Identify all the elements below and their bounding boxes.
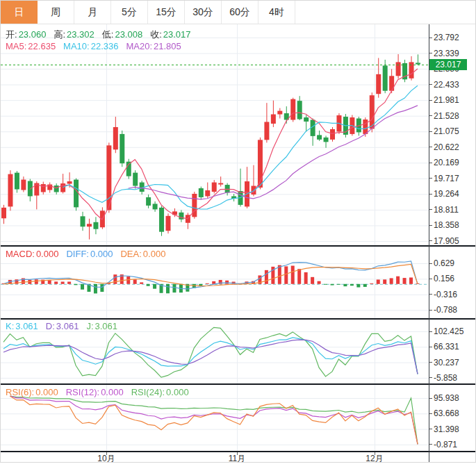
kline-chart-widget: 日周月5分15分30分60分4时 开:23.060高:23.302低:23.00… <box>0 0 476 463</box>
x-axis-tick <box>106 452 107 455</box>
xaxis-separator <box>1 451 475 452</box>
y-axis-label: 102.425 <box>434 327 463 336</box>
y-axis-label: 18.811 <box>434 205 459 215</box>
ma-readout: MA5:22.635MA10:22.336MA20:21.805 <box>6 41 189 51</box>
y-axis-label: 95.938 <box>434 393 459 403</box>
y-axis-label: 63.668 <box>434 408 459 418</box>
y-axis-label: 23.339 <box>434 49 459 58</box>
y-axis-label: -0.316 <box>434 290 457 299</box>
y-axis-label: -5.858 <box>434 373 457 383</box>
current-price-value: 23.017 <box>436 60 461 69</box>
kdj-k-value: 3.061 <box>15 321 38 331</box>
ohlc-low-value: 23.008 <box>115 29 142 40</box>
tab-month[interactable]: 月 <box>74 1 111 24</box>
y-axis-tick <box>429 209 432 210</box>
x-axis-tick <box>375 452 375 455</box>
y-axis-tick <box>429 413 432 414</box>
rsi-rsi24-label: RSI(24): <box>131 387 165 397</box>
kdj-readout: K:3.061D:3.061J:3.061 <box>6 321 125 331</box>
y-axis-label: 0.156 <box>434 274 454 283</box>
y-axis-tick <box>429 331 432 332</box>
kdj-j-label: J: <box>86 321 93 331</box>
y-axis-tick <box>429 84 432 85</box>
rsi-rsi6-value: 0.000 <box>35 387 58 397</box>
y-axis-label: -0.788 <box>434 305 457 315</box>
y-axis-tick <box>429 194 432 195</box>
y-axis-label: 30.237 <box>434 358 459 367</box>
kdj-k-label: K: <box>6 321 14 331</box>
y-axis-label: -0.871 <box>434 440 457 449</box>
tab-15min[interactable]: 15分 <box>148 1 185 24</box>
rsi-rsi12-label: RSI(12): <box>66 387 99 397</box>
y-axis-label: 17.905 <box>434 236 459 246</box>
period-tabbar: 日周月5分15分30分60分4时 <box>1 1 475 24</box>
y-axis-tick <box>429 263 432 264</box>
y-axis-label: 21.528 <box>434 111 459 121</box>
y-axis-tick <box>429 178 432 179</box>
y-axis-tick <box>429 147 432 147</box>
main-candlestick-canvas[interactable] <box>1 24 429 245</box>
y-axis-line <box>429 24 429 462</box>
x-axis-tick <box>237 452 238 455</box>
y-axis-tick <box>429 294 432 295</box>
y-axis-tick <box>429 310 432 311</box>
tab-30min[interactable]: 30分 <box>185 1 222 24</box>
y-axis-label: 21.075 <box>434 126 459 136</box>
rsi-pane-separator <box>1 383 475 385</box>
y-axis-tick <box>429 225 432 226</box>
y-axis-tick <box>429 362 432 363</box>
ohlc-high-label: 高: <box>54 29 65 40</box>
ohlc-readout: 开:23.060高:23.302低:23.008收:23.017 <box>6 28 199 41</box>
macd-dea-value: 0.000 <box>143 249 166 259</box>
y-axis-label: 20.169 <box>434 158 459 167</box>
tab-4hour[interactable]: 4时 <box>258 1 295 24</box>
y-axis-tick <box>429 100 432 101</box>
y-axis-label: 19.264 <box>434 189 459 199</box>
ma-ma20-value: 21.805 <box>154 41 181 51</box>
y-axis-tick <box>429 279 432 279</box>
y-axis-label: 31.398 <box>434 424 459 434</box>
ma-ma5-value: 22.635 <box>28 41 56 51</box>
y-axis-tick <box>429 398 432 399</box>
y-axis-tick <box>429 131 432 132</box>
y-axis-tick <box>429 240 432 241</box>
y-axis-label: 0.629 <box>434 258 454 268</box>
y-axis-tick <box>429 163 432 163</box>
ohlc-open-value: 23.060 <box>19 29 47 40</box>
y-axis-label: 23.792 <box>434 33 459 42</box>
macd-diff-value: 0.000 <box>90 249 113 259</box>
y-axis-label: 21.981 <box>434 95 459 105</box>
y-axis-tick <box>429 53 432 53</box>
tab-5min[interactable]: 5分 <box>111 1 148 24</box>
y-axis-label: 20.622 <box>434 142 459 152</box>
ohlc-high-value: 23.302 <box>67 29 95 40</box>
y-axis-tick <box>429 115 432 116</box>
ohlc-low-label: 低: <box>102 29 114 40</box>
current-price-badge: 23.017 <box>429 59 467 70</box>
y-axis-label: 19.717 <box>434 174 459 183</box>
rsi-rsi12-value: 0.000 <box>101 387 124 397</box>
kdj-pane-separator <box>1 318 475 320</box>
y-axis-tick <box>429 429 432 429</box>
macd-macd-value: 0.000 <box>36 249 59 259</box>
rsi-rsi24-value: 0.000 <box>166 387 189 397</box>
macd-diff-label: DIFF: <box>66 249 89 259</box>
macd-pane-separator <box>1 245 475 247</box>
ma-ma20-label: MA20: <box>126 41 152 51</box>
rsi-rsi6-label: RSI(6): <box>6 387 34 397</box>
kdj-j-value: 3.061 <box>95 321 118 331</box>
y-axis-tick <box>429 444 432 445</box>
ma-ma10-label: MA10: <box>63 41 90 51</box>
tab-week[interactable]: 周 <box>38 1 74 24</box>
tab-60min[interactable]: 60分 <box>222 1 258 24</box>
y-axis-tick <box>429 347 432 347</box>
ohlc-open-label: 开: <box>6 29 17 40</box>
y-axis-label: 22.433 <box>434 80 459 90</box>
ohlc-close-value: 23.017 <box>163 29 191 40</box>
tab-day[interactable]: 日 <box>1 1 38 24</box>
kdj-d-label: D: <box>46 321 55 331</box>
ma-ma5-label: MA5: <box>6 41 26 51</box>
ma-ma10-value: 22.336 <box>91 41 119 51</box>
y-axis-tick <box>429 377 432 378</box>
y-axis-tick <box>429 38 432 38</box>
